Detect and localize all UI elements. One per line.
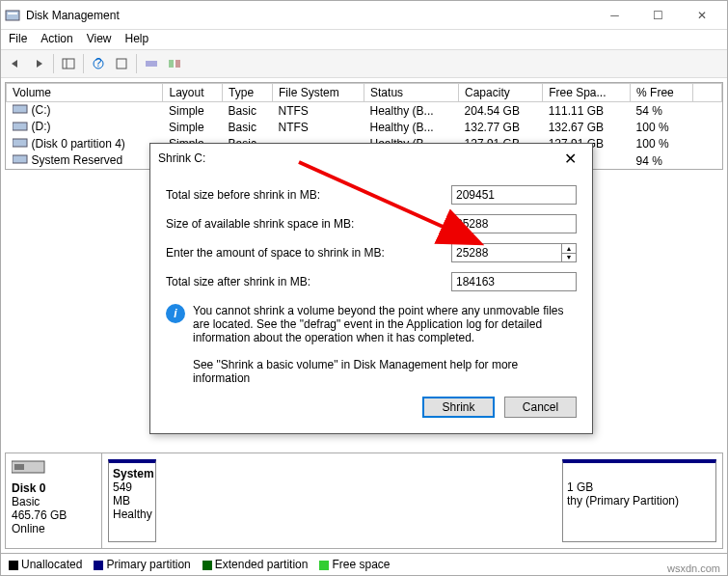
menu-view[interactable]: View — [87, 32, 112, 47]
forward-button[interactable] — [28, 53, 49, 74]
svg-rect-9 — [175, 60, 180, 68]
svg-rect-15 — [14, 464, 24, 470]
svg-rect-2 — [63, 59, 74, 69]
info-text-2: See "Shrink a basic volume" in Disk Mana… — [193, 358, 577, 385]
toolbar-btn-3[interactable] — [141, 53, 162, 74]
svg-rect-13 — [13, 155, 27, 163]
minimize-button[interactable]: ─ — [593, 1, 636, 30]
disk-panel: Disk 0 Basic 465.76 GB Online System 549… — [5, 453, 723, 549]
available-label: Size of available shrink space in MB: — [166, 217, 451, 231]
total-after-label: Total size after shrink in MB: — [166, 275, 451, 288]
disk-size: 465.76 GB — [12, 508, 95, 522]
shrink-amount-label: Enter the amount of space to shrink in M… — [166, 246, 451, 260]
cancel-button[interactable]: Cancel — [504, 397, 577, 418]
menubar: File Action View Help — [1, 30, 727, 49]
toolbar-btn-4[interactable] — [164, 53, 185, 74]
spin-up[interactable]: ▲ — [562, 244, 576, 254]
table-row[interactable]: (C:)SimpleBasicNTFSHealthy (B...204.54 G… — [7, 102, 722, 120]
col-volume[interactable]: Volume — [7, 84, 163, 102]
legend-primary: Primary partition — [106, 558, 190, 571]
col-free[interactable]: Free Spa... — [543, 84, 631, 102]
toolbar-btn-2[interactable] — [111, 53, 132, 74]
close-button[interactable]: ✕ — [680, 1, 723, 30]
help-button[interactable]: ? — [88, 53, 109, 74]
back-button[interactable] — [5, 53, 26, 74]
col-pct[interactable]: % Free — [631, 84, 693, 102]
available-field: 25288 — [451, 214, 577, 233]
legend-extended: Extended partition — [215, 558, 309, 571]
legend-free: Free space — [332, 558, 390, 571]
svg-rect-12 — [13, 139, 27, 147]
menu-help[interactable]: Help — [125, 32, 149, 47]
svg-rect-1 — [8, 13, 17, 14]
dialog-close-button[interactable]: ✕ — [555, 144, 584, 173]
svg-rect-6 — [117, 59, 126, 69]
col-capacity[interactable]: Capacity — [459, 84, 543, 102]
maximize-button[interactable]: ☐ — [636, 1, 680, 30]
col-layout[interactable]: Layout — [163, 84, 223, 102]
legend-unallocated: Unallocated — [21, 558, 82, 571]
col-type[interactable]: Type — [223, 84, 273, 102]
col-status[interactable]: Status — [364, 84, 459, 102]
total-after-field: 184163 — [451, 272, 577, 291]
partition-system[interactable]: System 549 MB Healthy — [108, 459, 156, 542]
watermark: wsxdn.com — [667, 562, 720, 574]
col-fs[interactable]: File System — [272, 84, 364, 102]
shrink-button[interactable]: Shrink — [422, 397, 495, 418]
svg-rect-8 — [169, 60, 174, 68]
app-icon — [5, 8, 20, 23]
toolbar: ? — [1, 49, 727, 78]
disk-info[interactable]: Disk 0 Basic 465.76 GB Online — [6, 453, 102, 548]
dialog-titlebar[interactable]: Shrink C: ✕ — [150, 144, 592, 173]
window-title: Disk Management — [26, 9, 593, 22]
legend: Unallocated Primary partition Extended p… — [1, 553, 727, 575]
dialog-title: Shrink C: — [158, 151, 555, 165]
table-row[interactable]: (D:)SimpleBasicNTFSHealthy (B...132.77 G… — [7, 119, 722, 135]
partition-last[interactable]: 1 GB thy (Primary Partition) — [562, 459, 716, 542]
info-text-1: You cannot shrink a volume beyond the po… — [193, 304, 577, 344]
shrink-dialog: Shrink C: ✕ Total size before shrink in … — [149, 143, 593, 434]
disk-icon — [12, 459, 46, 475]
disk-type: Basic — [12, 495, 95, 508]
menu-action[interactable]: Action — [40, 32, 72, 47]
svg-rect-7 — [146, 61, 157, 67]
menu-file[interactable]: File — [9, 32, 27, 47]
disk-label: Disk 0 — [12, 481, 95, 495]
spin-down[interactable]: ▼ — [562, 254, 576, 262]
total-before-label: Total size before shrink in MB: — [166, 188, 451, 202]
toolbar-btn-1[interactable] — [58, 53, 79, 74]
svg-text:?: ? — [95, 58, 102, 69]
info-icon: i — [166, 304, 185, 323]
total-before-field: 209451 — [451, 185, 577, 205]
titlebar: Disk Management ─ ☐ ✕ — [1, 1, 727, 30]
svg-rect-11 — [13, 123, 27, 130]
svg-rect-10 — [13, 105, 27, 113]
svg-rect-0 — [6, 11, 19, 20]
shrink-amount-input[interactable]: 25288 — [451, 243, 562, 262]
disk-status: Online — [12, 522, 95, 535]
